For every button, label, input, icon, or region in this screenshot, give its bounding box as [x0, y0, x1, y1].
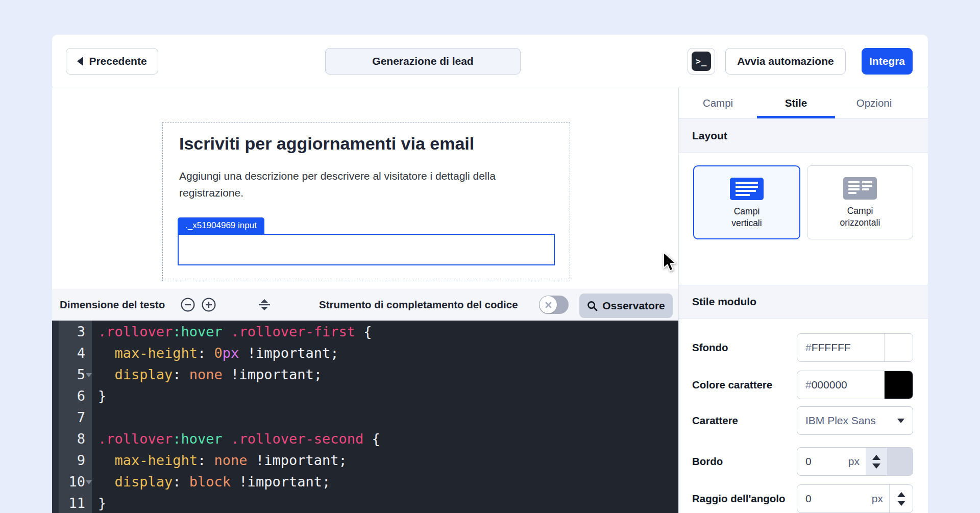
- line-number: 8: [52, 428, 92, 450]
- background-color-swatch[interactable]: [884, 334, 913, 361]
- layout-section-header: Layout: [679, 119, 928, 153]
- chevron-down-icon: [897, 419, 904, 423]
- code-line: }: [98, 493, 678, 513]
- stepper-down-icon[interactable]: [897, 501, 905, 506]
- layout-option-vertical[interactable]: Campi verticali: [693, 165, 800, 239]
- previous-button[interactable]: Precedente: [66, 48, 158, 75]
- border-label: Bordo: [692, 447, 723, 476]
- form-heading: Iscriviti per aggiornamenti via email: [179, 134, 474, 154]
- line-number[interactable]: 10: [52, 471, 92, 493]
- stepper-down-icon[interactable]: [872, 463, 880, 469]
- border-unit: px: [848, 455, 860, 468]
- text-size-label: Dimensione del testo: [60, 289, 165, 321]
- field-row-font: Carattere IBM Plex Sans: [679, 406, 928, 435]
- corner-radius-value: 0: [797, 493, 872, 505]
- form-container[interactable]: Iscriviti per aggiornamenti via email Ag…: [162, 122, 570, 281]
- code-line: }: [98, 385, 678, 407]
- form-description: Aggiungi una descrizione per descrivere …: [179, 167, 536, 201]
- corner-radius-unit: px: [872, 493, 883, 505]
- code-toolbar: Dimensione del testo Strumento di comple…: [52, 289, 678, 321]
- vertical-fields-icon: [730, 178, 764, 200]
- line-number: 4: [52, 343, 92, 364]
- layout-option-horizontal-label: Campi orizzontali: [829, 205, 891, 229]
- start-automation-button[interactable]: Avvia automazione: [725, 48, 846, 75]
- line-number: 6: [52, 385, 92, 407]
- integrate-button[interactable]: Integra: [862, 48, 913, 75]
- stepper-up-icon[interactable]: [872, 455, 880, 460]
- line-number: 7: [52, 407, 92, 428]
- code-line: [98, 407, 678, 428]
- observer-button[interactable]: Osservatore: [579, 294, 673, 318]
- font-color-swatch[interactable]: [884, 371, 913, 399]
- line-number: 9: [52, 450, 92, 471]
- code-line: max-height: 0px !important;: [98, 343, 678, 364]
- start-automation-label: Avvia automazione: [737, 55, 834, 67]
- back-arrow-icon: [77, 57, 83, 66]
- corner-radius-stepper-arrows[interactable]: [889, 485, 913, 512]
- increase-text-icon[interactable]: [202, 298, 216, 312]
- field-row-corner-radius: Raggio dell'angolo 0 px: [679, 484, 928, 513]
- toggle-knob: [540, 296, 557, 313]
- previous-button-label: Precedente: [89, 55, 146, 67]
- terminal-icon: >_: [692, 52, 711, 71]
- tab-stile-label: Stile: [785, 97, 807, 109]
- code-line: .rollover:hover .rollover-first {: [98, 321, 678, 343]
- line-number: 11: [52, 493, 92, 513]
- page: { "header": { "back_label": "Precedente"…: [0, 0, 980, 513]
- css-code-editor[interactable]: 34567891011 .rollover:hover .rollover-fi…: [52, 321, 678, 513]
- border-width-stepper[interactable]: 0 px: [797, 447, 913, 476]
- field-row-font-color: Colore carattere #000000: [679, 371, 928, 399]
- resize-splitter-icon[interactable]: [257, 298, 272, 312]
- border-color-swatch[interactable]: [887, 448, 913, 475]
- corner-radius-stepper[interactable]: 0 px: [797, 484, 913, 513]
- horizontal-fields-icon: [843, 177, 877, 200]
- mouse-cursor: [662, 251, 679, 273]
- terminal-button[interactable]: >_: [688, 48, 715, 75]
- form-name-button[interactable]: Generazione di lead: [325, 48, 521, 75]
- font-color-input[interactable]: #000000: [797, 371, 913, 399]
- font-select-value: IBM Plex Sans: [797, 414, 897, 427]
- tab-campi[interactable]: Campi: [679, 87, 757, 119]
- tab-campi-label: Campi: [703, 97, 733, 109]
- tab-opzioni[interactable]: Opzioni: [835, 87, 913, 119]
- corner-radius-label: Raggio dell'angolo: [692, 484, 786, 513]
- form-style-section-title: Stile modulo: [692, 296, 756, 308]
- font-select[interactable]: IBM Plex Sans: [797, 406, 913, 435]
- line-number: 3: [52, 321, 92, 343]
- main-window: Precedente Generazione di lead >_ Avvia …: [52, 35, 928, 513]
- email-input-field[interactable]: [178, 234, 555, 265]
- autocomplete-label: Strumento di completamento del codice: [319, 289, 518, 321]
- panel-tabs: Campi Stile Opzioni: [679, 87, 928, 119]
- code-line: .rollover:hover .rollover-second {: [98, 428, 678, 450]
- border-stepper-arrows[interactable]: [866, 448, 887, 475]
- background-color-input[interactable]: #FFFFFF: [797, 333, 913, 362]
- tab-stile[interactable]: Stile: [757, 87, 835, 119]
- autocomplete-toggle[interactable]: [539, 296, 569, 314]
- header-bar: Precedente Generazione di lead >_ Avvia …: [52, 35, 928, 87]
- font-label: Carattere: [692, 406, 738, 435]
- field-row-border: Bordo 0 px: [679, 447, 928, 476]
- form-preview-canvas: Iscriviti per aggiornamenti via email Ag…: [52, 87, 678, 513]
- fold-caret-icon[interactable]: [86, 480, 92, 484]
- toggle-off-icon: [545, 301, 552, 309]
- observer-label: Osservatore: [602, 300, 665, 312]
- active-tab-indicator: [757, 116, 835, 118]
- form-style-section-header: Stile modulo: [679, 285, 928, 319]
- font-color-label: Colore carattere: [692, 371, 772, 399]
- editor-code[interactable]: .rollover:hover .rollover-first { max-he…: [92, 321, 678, 513]
- background-label: Sfondo: [692, 333, 728, 362]
- layout-option-horizontal[interactable]: Campi orizzontali: [807, 165, 913, 239]
- editor-gutter: 34567891011: [52, 321, 92, 513]
- stepper-up-icon[interactable]: [897, 492, 905, 497]
- font-color-hex-value: 000000: [812, 379, 847, 391]
- layout-section-title: Layout: [692, 130, 727, 142]
- code-line: max-height: none !important;: [98, 450, 678, 471]
- integrate-label: Integra: [869, 55, 905, 67]
- fold-caret-icon[interactable]: [86, 373, 92, 377]
- line-number[interactable]: 5: [52, 364, 92, 385]
- style-panel: Campi Stile Opzioni Layout Campi vertica…: [678, 87, 928, 513]
- hex-prefix: #: [805, 379, 812, 391]
- selector-tag: ._x51904969 input: [178, 217, 264, 234]
- decrease-text-icon[interactable]: [181, 298, 195, 312]
- search-icon: [587, 301, 598, 311]
